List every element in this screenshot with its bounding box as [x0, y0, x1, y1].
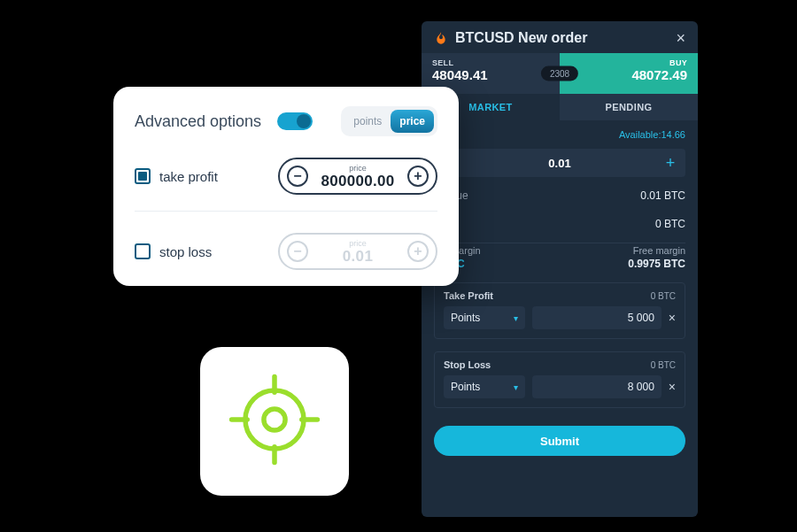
advanced-options-card: Advanced options points price take profi…: [113, 87, 459, 286]
seg-price-button[interactable]: price: [391, 110, 434, 133]
lots-value[interactable]: 0.01: [455, 157, 664, 170]
buy-button[interactable]: BUY 48072.49: [560, 53, 698, 94]
target-icon: [226, 371, 323, 472]
tab-pending[interactable]: PENDING: [560, 94, 698, 120]
stop-loss-btc: 0 BTC: [651, 360, 676, 370]
target-icon-card: [200, 347, 349, 496]
take-profit-input[interactable]: 5 000: [532, 306, 662, 329]
submit-button[interactable]: Submit: [434, 426, 685, 456]
advanced-divider: [135, 211, 437, 212]
nt-row: nt 0 BTC: [434, 214, 685, 234]
take-profit-btc: 0 BTC: [651, 291, 676, 301]
take-profit-title: Take Profit: [444, 290, 493, 301]
stop-loss-title: Stop Loss: [444, 359, 491, 370]
advanced-title: Advanced options: [135, 112, 261, 131]
stop-loss-check-wrap: stop loss: [135, 243, 212, 259]
stop-loss-checkbox[interactable]: [135, 243, 151, 259]
order-type-tabs: MARKET PENDING: [422, 94, 698, 120]
margin-box: red margin 7 BTC Free margin 0.9975 BTC: [434, 243, 685, 270]
lots-stepper: − 0.01 +: [434, 149, 685, 177]
stop-loss-unit-label: Points: [451, 381, 480, 393]
svg-point-0: [245, 390, 304, 449]
chevron-down-icon: ▾: [514, 382, 518, 392]
lots-plus-button[interactable]: +: [664, 154, 677, 173]
stop-loss-stepper: − price 0.01 +: [278, 233, 437, 270]
stop-loss-plus-button[interactable]: +: [407, 241, 429, 262]
take-profit-value[interactable]: 800000.00: [321, 173, 394, 189]
buy-label: BUY: [570, 58, 687, 67]
nt-value: 0 BTC: [655, 218, 685, 230]
svg-point-1: [264, 409, 285, 430]
take-profit-stepper: − price 800000.00 +: [278, 158, 437, 195]
take-profit-unit-label: Points: [451, 312, 480, 324]
order-header: BTCUSD New order ×: [422, 21, 698, 53]
stop-loss-block: Stop Loss 0 BTC Points ▾ 8 000 ×: [434, 351, 685, 408]
take-profit-value-wrap: price 800000.00: [321, 165, 394, 189]
take-profit-checkbox[interactable]: [135, 168, 151, 184]
sell-price: 48049.41: [432, 67, 549, 82]
take-profit-check-wrap: take profit: [135, 168, 218, 184]
take-profit-unit-select[interactable]: Points ▾: [444, 306, 525, 329]
order-panel: BTCUSD New order × SELL 48049.41 BUY 480…: [422, 21, 698, 517]
advanced-toggle[interactable]: [277, 112, 313, 130]
stop-loss-row: stop loss − price 0.01 +: [135, 233, 437, 270]
order-body: Available:14.66 − 0.01 + e value 0.01 BT…: [422, 120, 698, 468]
stop-loss-label: stop loss: [159, 244, 212, 259]
advanced-head: Advanced options points price: [135, 106, 437, 136]
close-icon[interactable]: ×: [676, 30, 685, 46]
stop-loss-clear-button[interactable]: ×: [669, 380, 676, 394]
stop-loss-unit-select[interactable]: Points ▾: [444, 375, 525, 398]
flame-icon: [434, 31, 448, 45]
stop-loss-input[interactable]: 8 000: [532, 375, 662, 398]
take-profit-label: take profit: [159, 169, 218, 184]
chevron-down-icon: ▾: [514, 313, 518, 323]
spread-pill: 2308: [541, 66, 578, 81]
stop-loss-value[interactable]: 0.01: [343, 249, 373, 264]
buy-price: 48072.49: [570, 67, 687, 82]
take-profit-block: Take Profit 0 BTC Points ▾ 5 000 ×: [434, 282, 685, 339]
available-balance: Available:14.66: [434, 129, 685, 140]
free-margin-label: Free margin: [628, 245, 685, 256]
free-margin-value: 0.9975 BTC: [628, 258, 685, 270]
unit-segmented: points price: [341, 106, 437, 136]
trade-value-value: 0.01 BTC: [640, 189, 685, 202]
order-title: BTCUSD New order: [455, 30, 669, 46]
stop-loss-minus-button[interactable]: −: [287, 241, 308, 262]
sell-label: SELL: [432, 58, 549, 67]
stop-loss-value-wrap: price 0.01: [343, 240, 373, 264]
seg-points-button[interactable]: points: [344, 110, 391, 133]
take-profit-row: take profit − price 800000.00 +: [135, 158, 437, 195]
take-profit-plus-button[interactable]: +: [407, 166, 429, 187]
stop-loss-caption: price: [349, 240, 367, 248]
trade-value-row: e value 0.01 BTC: [434, 186, 685, 205]
take-profit-caption: price: [349, 165, 367, 173]
take-profit-minus-button[interactable]: −: [287, 166, 308, 187]
quote-row: SELL 48049.41 BUY 48072.49 2308: [422, 53, 698, 94]
take-profit-clear-button[interactable]: ×: [669, 311, 676, 325]
